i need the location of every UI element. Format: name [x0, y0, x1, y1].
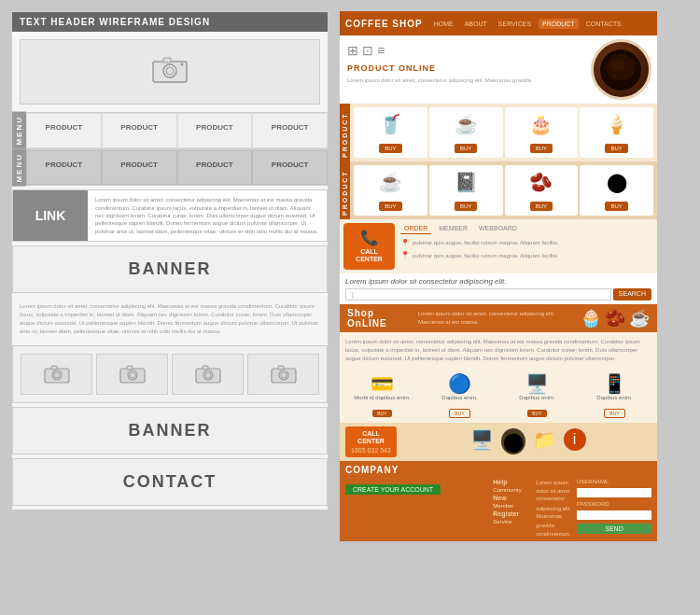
- menu-item-2d[interactable]: PRODUCT: [252, 150, 328, 186]
- svg-rect-16: [203, 366, 208, 370]
- cs-search-row: | SEARCH: [345, 288, 651, 301]
- cs-service-link[interactable]: Service: [493, 519, 530, 524]
- cs-footer-text-1: Lorem ipsum dolor sit amet consectetur: [536, 479, 571, 502]
- buy-btn-2[interactable]: BUY: [455, 144, 477, 153]
- cs-call-bar-icons: 🖥️ ⬤ 📁 i: [404, 428, 651, 454]
- svg-rect-8: [51, 366, 57, 370]
- menu-items-1: PRODUCT PRODUCT PRODUCT PRODUCT: [26, 112, 328, 149]
- product-icon-coaster: ⬤: [583, 171, 650, 193]
- product-icon-cup-red: 🥤: [357, 113, 424, 135]
- cs-footer-text-2: adipiscing elit Maecenas: [536, 505, 571, 521]
- tab-member[interactable]: MEMBER: [435, 223, 471, 234]
- buy-btn-6[interactable]: BUY: [455, 202, 477, 211]
- wf-banner-2[interactable]: BANNER: [12, 407, 328, 454]
- tab-webboard[interactable]: WEBBOARD: [475, 223, 521, 234]
- cs-product-grid-1: 🥤 BUY ☕ BUY 🎂 BUY 🍦 BUY: [350, 104, 657, 161]
- product-cell-1: 🥤 BUY: [354, 107, 427, 158]
- omw-text-1: pulvinar quis augue, facilisi rutrum mag…: [413, 239, 558, 246]
- cs-product-grid-2: ☕ BUY 📓 BUY 🫘 BUY ⬤ BUY: [350, 161, 657, 219]
- menu-item-2c[interactable]: PRODUCT: [177, 150, 253, 186]
- menu-item-1c[interactable]: PRODUCT: [177, 113, 253, 148]
- cs-company-cols: Help Community New Member Register Servi…: [493, 479, 651, 538]
- cs-product-section-2: PRODUCT ☕ BUY 📓 BUY 🫘 BUY ⬤ BUY: [340, 161, 657, 219]
- product-cell-7: 🫘 BUY: [505, 165, 579, 216]
- product-icon-coffee-cup: ☕: [433, 113, 499, 135]
- cs-omw-tabs: ORDER MEMBER WEBBOARD 📍 pulvinar quis au…: [400, 223, 653, 270]
- menu-item-2a[interactable]: PRODUCT: [26, 150, 102, 186]
- pi-btn-1[interactable]: BUY: [372, 410, 391, 417]
- wf-camera-2: [96, 354, 168, 395]
- wf-link-box[interactable]: LINK: [13, 190, 88, 241]
- product-icon-cake: 🎂: [509, 113, 575, 135]
- tab-order[interactable]: ORDER: [400, 223, 431, 234]
- nav-product[interactable]: PRODUCT: [539, 19, 579, 29]
- product-icon-beans: 🫘: [509, 171, 575, 193]
- pi-icon-phone: 📱: [578, 372, 651, 395]
- wf-link-text: Lorem ipsum dolor sit amet, consectetur …: [88, 190, 327, 241]
- wf-contact[interactable]: CONTACT: [12, 458, 328, 506]
- menu-label-1: MENU: [12, 112, 26, 149]
- cs-send-button[interactable]: SEND: [577, 524, 651, 534]
- cs-new-header: New: [493, 495, 530, 501]
- cs-nav-items: HOME ABOUT SERVICES PRODUCT CONTACTS: [430, 19, 651, 29]
- buy-btn-7[interactable]: BUY: [530, 202, 553, 211]
- product-cell-4: 🍦 BUY: [580, 107, 653, 158]
- pi-label-2: Dapibus enim.: [423, 395, 497, 402]
- cs-footer-text-3: gravida condimentum.: [536, 522, 571, 538]
- cs-shop-online-icons: 🧁 🫘 ☕: [581, 308, 650, 328]
- cs-call-center-left: 📞 CALL CENTER: [343, 223, 395, 270]
- location-icon-2: 📍: [400, 250, 410, 260]
- wf-banner-1[interactable]: BANNER: [12, 245, 328, 293]
- pi-label-3: Dapibus enim.: [500, 395, 574, 402]
- cs-call-bar-box: CALL CENTER 1605 032 543: [345, 426, 397, 458]
- cs-search-input[interactable]: |: [345, 288, 611, 301]
- pi-btn-4[interactable]: BUY: [604, 409, 624, 418]
- icon-menu-3: ≡: [377, 43, 385, 58]
- cs-product-vert-label-1: PRODUCT: [340, 104, 350, 161]
- cs-member-link[interactable]: Member: [493, 503, 530, 509]
- shop-icon-cupcake: 🧁: [581, 308, 601, 328]
- cs-community-link[interactable]: Community: [493, 487, 530, 493]
- pi-btn-2[interactable]: BUY: [449, 409, 469, 418]
- cs-product-online-label: PRODUCT ONLINE: [347, 63, 581, 73]
- svg-rect-3: [163, 58, 171, 63]
- menu-item-1d[interactable]: PRODUCT: [252, 113, 328, 148]
- pi-icon-monitor: 🖥️: [500, 372, 574, 395]
- omw-item-2: 📍 pulvinar quis augue, facilisi rutrum m…: [400, 250, 653, 260]
- buy-btn-1[interactable]: BUY: [379, 144, 401, 153]
- cs-username-input[interactable]: [577, 488, 651, 497]
- pi-icon-circle: 🔵: [423, 372, 497, 395]
- nav-home[interactable]: HOME: [430, 19, 457, 29]
- cs-company-left: CREATE YOUR ACCOUNT: [345, 479, 487, 538]
- nav-about[interactable]: ABOUT: [461, 19, 491, 29]
- wf-camera-3: [172, 354, 244, 395]
- nav-contacts[interactable]: CONTACTS: [582, 19, 625, 29]
- wf-menu-row-1: MENU PRODUCT PRODUCT PRODUCT PRODUCT: [12, 112, 328, 149]
- menu-item-1b[interactable]: PRODUCT: [102, 113, 177, 148]
- svg-rect-12: [127, 366, 133, 370]
- buy-btn-5[interactable]: BUY: [379, 202, 401, 211]
- pi-btn-3[interactable]: BUY: [527, 410, 546, 417]
- buy-btn-8[interactable]: BUY: [605, 202, 627, 211]
- cs-shop-online-section: Shop OnLINE Lorem ipsum dolor sit amet, …: [340, 304, 657, 332]
- cs-shop-online-text: Lorem ipsum dolor sit amet, consectetur …: [418, 310, 575, 326]
- wf-link-section: LINK Lorem ipsum dolor sit amet, consect…: [12, 189, 328, 242]
- buy-btn-3[interactable]: BUY: [530, 144, 553, 153]
- cs-hero: ⊞ ⊡ ≡ PRODUCT ONLINE Lorem ipsum dolor s…: [340, 35, 657, 104]
- pi-cell-2: 🔵 Dapibus enim. BUY: [423, 372, 497, 419]
- camera-icon: [151, 54, 189, 91]
- product-icon-ice-cream: 🍦: [583, 113, 650, 135]
- pi-cell-4: 📱 Dapibus enim. BUY: [578, 372, 651, 419]
- call-center-label: CALL CENTER: [349, 248, 389, 264]
- cs-omw-section: 📞 CALL CENTER ORDER MEMBER WEBBOARD 📍 pu…: [340, 219, 657, 273]
- menu-item-2b[interactable]: PRODUCT: [102, 150, 177, 186]
- cs-search-button[interactable]: SEARCH: [613, 288, 651, 301]
- pi-cell-3: 🖥️ Dapibus enim. BUY: [500, 372, 574, 419]
- buy-btn-4[interactable]: BUY: [605, 144, 627, 153]
- menu-item-1a[interactable]: PRODUCT: [26, 113, 102, 148]
- main-container: TEXT HEADER WIREFRAME DESIGN MENU PRODUC…: [0, 0, 700, 615]
- omw-content: 📍 pulvinar quis augue, facilisi rutrum m…: [400, 238, 653, 260]
- cs-create-account-btn[interactable]: CREATE YOUR ACCOUNT: [345, 484, 441, 495]
- cs-password-input[interactable]: [577, 510, 651, 520]
- nav-services[interactable]: SERVICES: [495, 19, 535, 29]
